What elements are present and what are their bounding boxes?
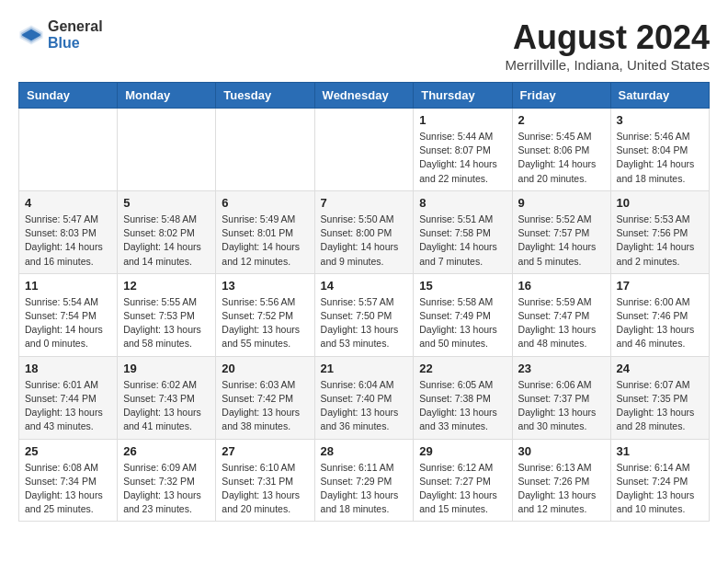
page-header: General Blue August 2024 Merrillville, I…	[18, 18, 710, 73]
day-info: Sunrise: 5:57 AM Sunset: 7:50 PM Dayligh…	[321, 295, 408, 351]
calendar-week-row: 11Sunrise: 5:54 AM Sunset: 7:54 PM Dayli…	[19, 273, 710, 356]
day-info: Sunrise: 6:12 AM Sunset: 7:27 PM Dayligh…	[419, 461, 506, 517]
calendar-cell	[118, 109, 216, 191]
calendar-cell: 3Sunrise: 5:46 AM Sunset: 8:04 PM Daylig…	[610, 109, 709, 191]
day-info: Sunrise: 6:06 AM Sunset: 7:37 PM Dayligh…	[518, 378, 605, 434]
day-number: 26	[123, 444, 210, 458]
day-number: 1	[419, 113, 506, 127]
logo-blue: Blue	[48, 35, 103, 52]
day-number: 15	[419, 279, 506, 293]
day-info: Sunrise: 6:01 AM Sunset: 7:44 PM Dayligh…	[25, 378, 111, 434]
logo-general: General	[48, 18, 103, 35]
calendar-cell: 25Sunrise: 6:08 AM Sunset: 7:34 PM Dayli…	[19, 439, 118, 522]
day-number: 8	[419, 196, 506, 210]
title-block: August 2024 Merrillville, Indiana, Unite…	[505, 18, 710, 73]
day-info: Sunrise: 6:11 AM Sunset: 7:29 PM Dayligh…	[321, 461, 408, 517]
calendar-cell: 18Sunrise: 6:01 AM Sunset: 7:44 PM Dayli…	[19, 356, 118, 439]
day-number: 25	[25, 444, 111, 458]
calendar-cell: 12Sunrise: 5:55 AM Sunset: 7:53 PM Dayli…	[118, 273, 216, 356]
day-info: Sunrise: 6:02 AM Sunset: 7:43 PM Dayligh…	[123, 378, 210, 434]
day-info: Sunrise: 5:52 AM Sunset: 7:57 PM Dayligh…	[518, 213, 605, 269]
calendar-cell: 15Sunrise: 5:58 AM Sunset: 7:49 PM Dayli…	[414, 273, 512, 356]
day-number: 31	[617, 444, 703, 458]
day-number: 30	[518, 444, 605, 458]
calendar-cell: 8Sunrise: 5:51 AM Sunset: 7:58 PM Daylig…	[414, 190, 512, 273]
calendar-cell: 20Sunrise: 6:03 AM Sunset: 7:42 PM Dayli…	[216, 356, 314, 439]
day-info: Sunrise: 5:58 AM Sunset: 7:49 PM Dayligh…	[419, 295, 506, 351]
day-info: Sunrise: 5:51 AM Sunset: 7:58 PM Dayligh…	[419, 213, 506, 269]
day-info: Sunrise: 6:14 AM Sunset: 7:24 PM Dayligh…	[617, 461, 703, 517]
calendar-cell: 23Sunrise: 6:06 AM Sunset: 7:37 PM Dayli…	[512, 356, 610, 439]
day-number: 13	[222, 279, 308, 293]
day-number: 20	[222, 362, 308, 375]
day-info: Sunrise: 5:46 AM Sunset: 8:04 PM Dayligh…	[617, 130, 703, 186]
day-number: 10	[617, 196, 703, 210]
logo-text: General Blue	[48, 18, 103, 51]
day-info: Sunrise: 6:00 AM Sunset: 7:46 PM Dayligh…	[617, 295, 703, 351]
day-number: 7	[321, 196, 408, 210]
header-tuesday: Tuesday	[216, 83, 314, 109]
calendar-week-row: 4Sunrise: 5:47 AM Sunset: 8:03 PM Daylig…	[19, 190, 710, 273]
calendar-cell: 19Sunrise: 6:02 AM Sunset: 7:43 PM Dayli…	[118, 356, 216, 439]
calendar-table: SundayMondayTuesdayWednesdayThursdayFrid…	[18, 82, 710, 522]
day-info: Sunrise: 5:45 AM Sunset: 8:06 PM Dayligh…	[518, 130, 605, 186]
calendar-week-row: 18Sunrise: 6:01 AM Sunset: 7:44 PM Dayli…	[19, 356, 710, 439]
calendar-cell: 28Sunrise: 6:11 AM Sunset: 7:29 PM Dayli…	[314, 439, 414, 522]
calendar-cell: 16Sunrise: 5:59 AM Sunset: 7:47 PM Dayli…	[512, 273, 610, 356]
header-saturday: Saturday	[610, 83, 709, 109]
calendar-week-row: 25Sunrise: 6:08 AM Sunset: 7:34 PM Dayli…	[19, 439, 710, 522]
calendar-cell	[216, 109, 314, 191]
day-number: 19	[123, 362, 210, 375]
calendar-cell: 6Sunrise: 5:49 AM Sunset: 8:01 PM Daylig…	[216, 190, 314, 273]
day-info: Sunrise: 5:47 AM Sunset: 8:03 PM Dayligh…	[25, 213, 111, 269]
calendar-cell: 7Sunrise: 5:50 AM Sunset: 8:00 PM Daylig…	[314, 190, 414, 273]
calendar-cell: 17Sunrise: 6:00 AM Sunset: 7:46 PM Dayli…	[610, 273, 709, 356]
day-info: Sunrise: 6:09 AM Sunset: 7:32 PM Dayligh…	[123, 461, 210, 517]
calendar-cell: 29Sunrise: 6:12 AM Sunset: 7:27 PM Dayli…	[414, 439, 512, 522]
day-info: Sunrise: 6:13 AM Sunset: 7:26 PM Dayligh…	[518, 461, 605, 517]
calendar-cell: 27Sunrise: 6:10 AM Sunset: 7:31 PM Dayli…	[216, 439, 314, 522]
header-friday: Friday	[512, 83, 610, 109]
calendar-cell: 13Sunrise: 5:56 AM Sunset: 7:52 PM Dayli…	[216, 273, 314, 356]
day-number: 9	[518, 196, 605, 210]
day-info: Sunrise: 6:04 AM Sunset: 7:40 PM Dayligh…	[321, 378, 408, 434]
header-wednesday: Wednesday	[314, 83, 414, 109]
header-thursday: Thursday	[414, 83, 512, 109]
calendar-cell: 4Sunrise: 5:47 AM Sunset: 8:03 PM Daylig…	[19, 190, 118, 273]
day-number: 29	[419, 444, 506, 458]
day-info: Sunrise: 5:55 AM Sunset: 7:53 PM Dayligh…	[123, 295, 210, 351]
day-number: 12	[123, 279, 210, 293]
calendar-header-row: SundayMondayTuesdayWednesdayThursdayFrid…	[19, 83, 710, 109]
day-info: Sunrise: 6:03 AM Sunset: 7:42 PM Dayligh…	[222, 378, 308, 434]
day-number: 27	[222, 444, 308, 458]
subtitle: Merrillville, Indiana, United States	[505, 57, 710, 73]
logo-icon	[18, 22, 44, 48]
calendar-cell: 30Sunrise: 6:13 AM Sunset: 7:26 PM Dayli…	[512, 439, 610, 522]
day-number: 4	[25, 196, 111, 210]
day-number: 23	[518, 362, 605, 375]
day-number: 6	[222, 196, 308, 210]
day-number: 22	[419, 362, 506, 375]
calendar-cell: 10Sunrise: 5:53 AM Sunset: 7:56 PM Dayli…	[610, 190, 709, 273]
calendar-cell: 9Sunrise: 5:52 AM Sunset: 7:57 PM Daylig…	[512, 190, 610, 273]
day-info: Sunrise: 5:59 AM Sunset: 7:47 PM Dayligh…	[518, 295, 605, 351]
main-title: August 2024	[505, 18, 710, 57]
calendar-cell: 11Sunrise: 5:54 AM Sunset: 7:54 PM Dayli…	[19, 273, 118, 356]
day-info: Sunrise: 5:53 AM Sunset: 7:56 PM Dayligh…	[617, 213, 703, 269]
header-sunday: Sunday	[19, 83, 118, 109]
calendar-week-row: 1Sunrise: 5:44 AM Sunset: 8:07 PM Daylig…	[19, 109, 710, 191]
header-monday: Monday	[118, 83, 216, 109]
calendar-cell: 31Sunrise: 6:14 AM Sunset: 7:24 PM Dayli…	[610, 439, 709, 522]
day-number: 17	[617, 279, 703, 293]
calendar-cell: 5Sunrise: 5:48 AM Sunset: 8:02 PM Daylig…	[118, 190, 216, 273]
day-info: Sunrise: 5:49 AM Sunset: 8:01 PM Dayligh…	[222, 213, 308, 269]
day-number: 21	[321, 362, 408, 375]
day-number: 18	[25, 362, 111, 375]
day-number: 11	[25, 279, 111, 293]
calendar-cell	[314, 109, 414, 191]
day-info: Sunrise: 6:10 AM Sunset: 7:31 PM Dayligh…	[222, 461, 308, 517]
calendar-cell: 2Sunrise: 5:45 AM Sunset: 8:06 PM Daylig…	[512, 109, 610, 191]
day-number: 2	[518, 113, 605, 127]
calendar-cell	[19, 109, 118, 191]
day-number: 28	[321, 444, 408, 458]
